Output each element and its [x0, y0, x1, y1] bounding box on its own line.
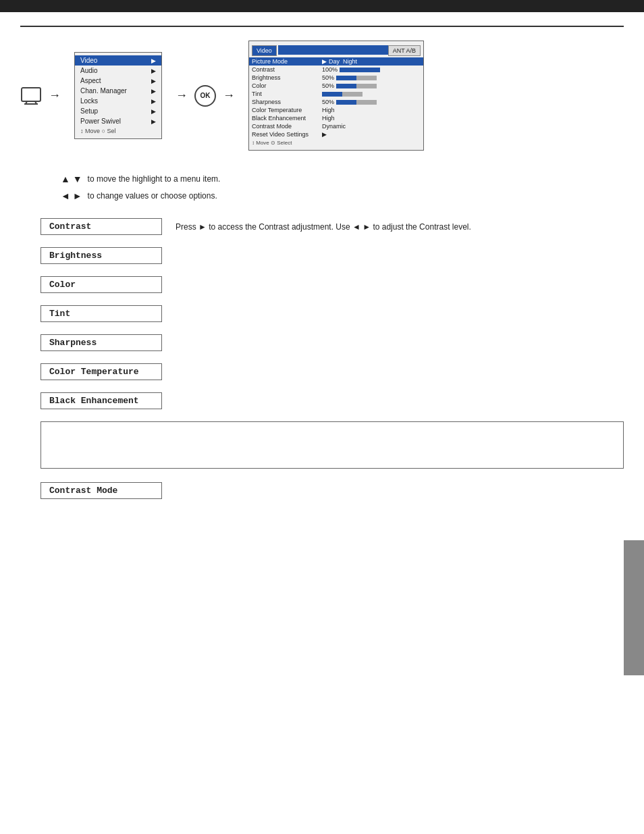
arrow-right-2: → — [176, 88, 188, 103]
menu-row-contrast-mode: Contrast Mode Dynamic — [249, 122, 423, 130]
note-box — [41, 421, 624, 469]
menu-row-black-enhancement: Black Enhancement High — [249, 114, 423, 122]
settings-section: Contrast Press ► to access the Contrast … — [41, 218, 624, 499]
menu-item-locks: Locks ▶ — [75, 96, 161, 106]
menu-item-video-arrow: ▶ — [151, 57, 156, 64]
left-menu-footer: ↕ Move ○ Sel — [75, 126, 161, 136]
nav-row-2: ◄ ► to change values or choose options. — [61, 188, 624, 205]
menu-item-power-swivel: Power Swivel ▶ — [75, 116, 161, 126]
setting-label-color: Color — [41, 276, 162, 293]
setting-item-tint: Tint — [41, 305, 624, 322]
nav-instructions: ▲ ▼ to move the highlight to a menu item… — [61, 171, 624, 205]
up-down-arrows: ▲ ▼ — [61, 171, 82, 188]
setting-item-brightness: Brightness — [41, 247, 624, 264]
tab-spacer — [278, 45, 388, 55]
ok-button-diagram: OK — [194, 85, 216, 107]
setting-label-sharpness: Sharpness — [41, 334, 162, 351]
menu-row-tint: Tint — [249, 90, 423, 98]
menu-row-color-temperature: Color Temperature High — [249, 106, 423, 114]
arrow-circle-group: → OK → — [176, 85, 235, 107]
left-menu-box: Video ▶ Audio ▶ Aspect ▶ Chan. Manager ▶… — [74, 52, 162, 139]
left-right-arrows: ◄ ► — [61, 188, 82, 205]
tab-ant-ab: ANT A/B — [388, 45, 421, 56]
menu-item-audio: Audio ▶ — [75, 66, 161, 76]
menu-row-brightness: Brightness 50% — [249, 74, 423, 82]
menu-item-chan-manager: Chan. Manager ▶ — [75, 86, 161, 96]
right-menu-box: Video ANT A/B Picture Mode ▶ Day Night C… — [248, 41, 424, 151]
setting-item-contrast-mode: Contrast Mode — [41, 482, 624, 499]
right-menu-header: Video ANT A/B — [249, 44, 423, 57]
tab-video: Video — [252, 45, 277, 56]
right-menu-footer: ↕ Move ⊙ Select — [249, 138, 423, 147]
arrow-right-3: → — [223, 88, 235, 103]
setting-label-tint: Tint — [41, 305, 162, 322]
nav-line-1-text: to move the highlight to a menu item. — [88, 172, 221, 187]
tv-icon-group: → — [20, 86, 61, 105]
horizontal-rule — [20, 26, 624, 27]
setting-label-contrast-mode: Contrast Mode — [41, 482, 162, 499]
menu-item-aspect: Aspect ▶ — [75, 76, 161, 86]
menu-row-color: Color 50% — [249, 82, 423, 90]
setting-label-brightness: Brightness — [41, 247, 162, 264]
nav-row-1: ▲ ▼ to move the highlight to a menu item… — [61, 171, 624, 188]
menu-row-contrast: Contrast 100% — [249, 66, 423, 74]
setting-item-color: Color — [41, 276, 624, 293]
menu-row-sharpness: Sharpness 50% — [249, 98, 423, 106]
setting-label-contrast: Contrast — [41, 218, 162, 235]
arrow-right-1: → — [49, 88, 61, 103]
setting-item-contrast: Contrast Press ► to access the Contrast … — [41, 218, 624, 235]
setting-desc-contrast: Press ► to access the Contrast adjustmen… — [176, 218, 471, 233]
setting-item-sharpness: Sharpness — [41, 334, 624, 351]
menu-row-picture-mode: Picture Mode ▶ Day Night — [249, 57, 423, 66]
setting-item-black-enhancement: Black Enhancement — [41, 392, 624, 409]
setting-label-black-enhancement: Black Enhancement — [41, 392, 162, 409]
menu-item-setup: Setup ▶ — [75, 106, 161, 116]
menu-row-reset: Reset Video Settings ▶ — [249, 130, 423, 138]
nav-line-2-text: to change values or choose options. — [88, 189, 217, 204]
right-sidebar-bar — [624, 540, 644, 675]
tv-icon — [20, 86, 43, 105]
setting-label-color-temperature: Color Temperature — [41, 363, 162, 380]
menu-item-video: Video ▶ — [75, 55, 161, 66]
svg-rect-0 — [22, 88, 41, 101]
top-bar — [0, 0, 644, 12]
menu-item-video-label: Video — [80, 57, 97, 64]
setting-item-color-temperature: Color Temperature — [41, 363, 624, 380]
diagram-row: → Video ▶ Audio ▶ Aspect ▶ Chan. Manager… — [20, 41, 624, 151]
